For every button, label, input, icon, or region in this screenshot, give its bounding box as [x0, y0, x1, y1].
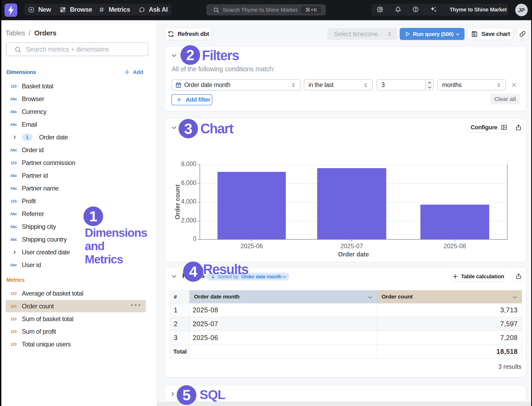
svg-text:0: 0: [193, 235, 196, 242]
svg-text:Order date: Order date: [338, 251, 369, 258]
svg-text:8,000: 8,000: [181, 160, 196, 167]
svg-text:6,000: 6,000: [181, 179, 196, 186]
svg-text:2,000: 2,000: [181, 217, 196, 224]
svg-text:2025-07: 2025-07: [340, 243, 363, 250]
svg-text:2025-08: 2025-08: [444, 243, 466, 250]
svg-text:2025-06: 2025-06: [240, 243, 263, 250]
svg-text:4,000: 4,000: [181, 198, 196, 205]
svg-text:Order count: Order count: [174, 184, 181, 219]
